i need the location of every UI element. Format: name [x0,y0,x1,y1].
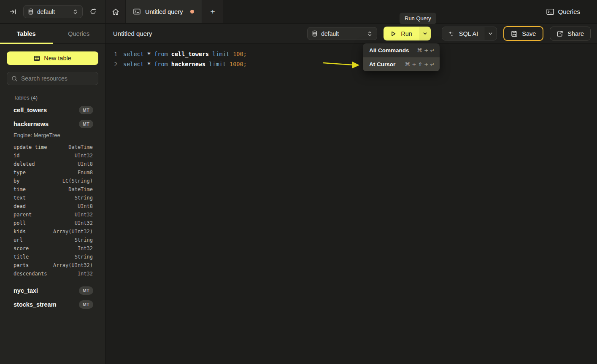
code-token: ; [243,51,247,57]
code-token: limit [212,51,233,57]
table-engine-label: Engine: MergeTree [7,132,98,138]
column-row: descendantsInt32 [7,270,98,278]
column-name: descendants [14,271,47,277]
engine-badge: MT [79,106,93,114]
collapse-sidebar-button[interactable] [8,6,19,17]
column-type: Int32 [78,245,93,251]
chevron-down-icon [488,31,493,36]
code-token: select [123,51,147,57]
table-name: nyc_taxi [14,287,38,294]
column-name: text [14,195,26,201]
tab-strip-left: Untitled query + [105,0,223,23]
code-token: 1000 [230,61,243,67]
chevron-up-down-icon [73,9,78,15]
save-icon [511,30,518,37]
table-row-cell_towers[interactable]: cell_towersMT [7,103,98,117]
column-name: id [14,153,19,159]
home-button[interactable] [105,0,125,23]
run-button-label: Run [401,30,412,37]
table-name: stocks_stream [14,301,57,308]
share-button[interactable]: Share [550,27,591,40]
sidebar-tab-queries[interactable]: Queries [53,24,105,43]
column-row: byLC(String) [7,177,98,185]
column-type: UInt32 [75,153,93,159]
column-name: type [14,170,26,175]
save-button[interactable]: Save [503,26,543,41]
column-name: dead [14,203,26,209]
columns-list: update_timeDateTimeidUInt32deletedUInt8t… [7,143,98,278]
table-row-nyc_taxi[interactable]: nyc_taxiMT [7,283,98,297]
menu-item-shortcut: ⌘ + ⇧ + ↵ [405,61,435,67]
home-icon [112,8,119,16]
run-query-tooltip: Run Query [400,13,436,24]
search-resources-input[interactable] [21,75,94,82]
column-row: timeDateTime [7,185,98,194]
column-row: textString [7,194,98,202]
sql-ai-split-button: SQL AI [442,27,497,40]
code-line: 2select * from hackernews limit 1000; [105,59,597,69]
sql-ai-caret-button[interactable] [484,27,497,40]
refresh-button[interactable] [87,6,98,17]
new-table-button[interactable]: New table [7,51,98,65]
tab-untitled-query[interactable]: Untitled query [125,0,202,23]
line-number: 1 [105,51,117,57]
column-type: Int32 [78,271,93,277]
toolbar-database-selector[interactable]: default [307,27,377,40]
share-button-label: Share [567,30,584,37]
save-button-label: Save [522,30,536,37]
column-row: update_timeDateTime [7,143,98,151]
menu-item-all-commands[interactable]: All Commands⌘ + ↵ [363,43,440,57]
column-row: deletedUInt8 [7,160,98,168]
code-token: ; [243,61,247,67]
tab-strip: Untitled query + Queries [105,0,597,24]
table-row-stocks_stream[interactable]: stocks_streamMT [7,297,98,311]
code-token: 100 [233,51,243,57]
sparkles-icon [448,30,455,37]
column-type: Enum8 [78,170,93,175]
column-type: DateTime [68,186,93,192]
table-row-hackernews[interactable]: hackernewsMT [7,117,98,131]
new-tab-button[interactable]: + [202,0,223,23]
plus-icon: + [210,7,215,16]
menu-item-shortcut: ⌘ + ↵ [417,47,435,54]
column-row: titleString [7,253,98,261]
queries-button[interactable]: Queries [546,8,580,15]
column-type: String [75,237,93,243]
column-type: Array(UInt32) [53,229,93,235]
sidebar-tab-bar: Tables Queries [0,24,105,44]
menu-item-at-cursor[interactable]: At Cursor⌘ + ⇧ + ↵ [363,57,440,71]
database-icon [28,8,34,15]
column-name: parent [14,212,32,218]
database-selector[interactable]: default [23,5,83,18]
database-icon [312,30,318,37]
sidebar: default Tables Queries New table [0,0,105,364]
code-token: hackernews [171,61,209,67]
unsaved-changes-dot [190,10,194,13]
column-type: UInt32 [75,212,93,218]
line-number: 2 [105,61,117,67]
column-name: by [14,178,19,184]
column-row: pollUInt32 [7,219,98,227]
sql-ai-button[interactable]: SQL AI [442,27,484,40]
engine-badge: MT [79,286,93,295]
main-area: Untitled query + Queries Untitled query [105,0,597,364]
sidebar-tab-tables[interactable]: Tables [0,24,53,43]
column-row: kidsArray(UInt32) [7,227,98,236]
run-options-caret-button[interactable] [419,27,431,40]
column-row: urlString [7,236,98,244]
column-row: typeEnum8 [7,168,98,177]
column-name: deleted [14,161,35,167]
tables-list: cell_towersMThackernewsMTEngine: MergeTr… [7,103,98,311]
search-resources-box [7,72,98,85]
column-type: UInt8 [78,161,93,167]
run-button[interactable]: Run [384,27,419,40]
query-toolbar: Untitled query default Run [105,24,597,44]
column-row: partsArray(UInt32) [7,261,98,270]
terminal-icon [133,8,140,15]
external-link-icon [556,30,563,37]
column-name: title [14,254,29,260]
column-name: parts [14,262,29,268]
sql-editor[interactable]: 1select * from cell_towers limit 100;2se… [105,44,597,364]
column-type: UInt8 [78,203,93,209]
tab-label: Untitled query [145,8,183,15]
